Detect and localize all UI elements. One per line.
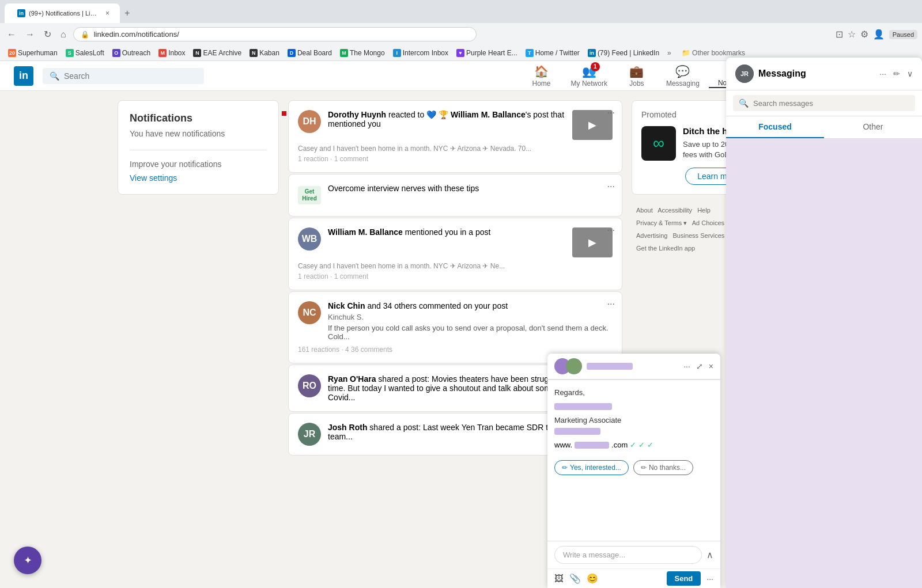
bookmark-mongo[interactable]: M The Mongo bbox=[337, 48, 388, 58]
check-icon-1: ✓ bbox=[630, 439, 636, 451]
other-bookmarks[interactable]: 📁 Other bookmarks bbox=[678, 48, 749, 58]
more-options-btn-4[interactable]: ··· bbox=[607, 299, 615, 309]
footer-about[interactable]: About bbox=[636, 207, 653, 214]
bookmark-favicon: D bbox=[288, 49, 296, 57]
feed-item-3-caption: Casey and I haven't been home in a month… bbox=[298, 262, 613, 270]
back-button[interactable]: ← bbox=[5, 27, 18, 42]
nav-messaging[interactable]: 💬 Messaging bbox=[657, 65, 709, 88]
tab-close-button[interactable]: × bbox=[105, 9, 109, 17]
bookmark-salesloft[interactable]: S SalesLoft bbox=[62, 48, 108, 58]
bookmark-dealboard[interactable]: D Deal Board bbox=[284, 48, 335, 58]
reload-button[interactable]: ↻ bbox=[41, 26, 54, 42]
footer-advertising[interactable]: Advertising bbox=[636, 232, 667, 239]
network-icon: 👥 1 bbox=[582, 65, 596, 78]
feed-item-3: ··· WB William M. Ballance mentioned you… bbox=[288, 218, 622, 290]
chat-more-icon[interactable]: ··· bbox=[683, 362, 690, 371]
messaging-more-icon[interactable]: ··· bbox=[879, 69, 886, 78]
more-options-btn-1[interactable]: ··· bbox=[607, 108, 615, 118]
footer-ad-choices[interactable]: Ad Choices bbox=[692, 219, 724, 226]
nav-jobs[interactable]: 💼 Jobs bbox=[617, 65, 657, 88]
view-settings-link[interactable]: View settings bbox=[130, 173, 267, 183]
bookmark-kaban[interactable]: N Kaban bbox=[246, 48, 283, 58]
bookmark-favicon: S bbox=[66, 49, 74, 57]
feed-name-1b: William M. Ballance bbox=[451, 110, 526, 119]
chat-image-icon[interactable]: 🖼 bbox=[554, 574, 564, 584]
footer-privacy[interactable]: Privacy & Terms ▾ bbox=[636, 219, 687, 226]
bookmark-favicon: M bbox=[158, 49, 167, 57]
feed-video-1: ▶ bbox=[572, 110, 613, 140]
chat-emoji-icon[interactable]: 😊 bbox=[587, 573, 598, 584]
no-thanks-button[interactable]: ✏ No thanks... bbox=[633, 460, 693, 475]
profile-icon[interactable]: 👤 bbox=[873, 29, 885, 40]
bookmark-star-icon[interactable]: ☆ bbox=[848, 29, 856, 40]
browser-nav-icons: ⊡ ☆ ⚙ 👤 Paused bbox=[836, 29, 917, 40]
footer-business[interactable]: Business Services bbox=[672, 232, 724, 239]
chat-close-icon[interactable]: × bbox=[709, 362, 713, 371]
address-bar[interactable]: 🔒 linkedin.com/notifications/ bbox=[73, 27, 477, 41]
more-bookmarks-button[interactable]: » bbox=[664, 48, 675, 58]
bookmark-favicon: 20 bbox=[8, 49, 16, 57]
nav-home[interactable]: 🏠 Home bbox=[522, 65, 562, 88]
feed-name-4: Nick Chin bbox=[328, 301, 365, 310]
footer-app[interactable]: Get the LinkedIn app bbox=[636, 245, 695, 252]
nav-network-label: My Network bbox=[571, 79, 607, 88]
write-message-input[interactable]: Write a message... bbox=[554, 546, 702, 564]
new-tab-button[interactable]: + bbox=[120, 6, 134, 21]
feed-item-3-content: WB William M. Ballance mentioned you in … bbox=[298, 227, 613, 257]
messaging-panel-avatar: JR bbox=[735, 65, 754, 83]
chat-collapse-icon[interactable]: ∧ bbox=[706, 549, 713, 560]
bookmark-superhuman[interactable]: 20 Superhuman bbox=[5, 48, 61, 58]
footer-help[interactable]: Help bbox=[697, 207, 711, 214]
active-tab[interactable]: in (99+) Notifications | LinkedIn × bbox=[5, 3, 120, 23]
more-options-btn-2[interactable]: ··· bbox=[607, 181, 615, 192]
lock-icon: 🔒 bbox=[81, 31, 89, 39]
tab-focused[interactable]: Focused bbox=[726, 116, 824, 138]
feed-name-1: Dorothy Huynh bbox=[328, 110, 386, 119]
messaging-search-field[interactable]: 🔍 bbox=[733, 95, 915, 111]
avatar-william: WB bbox=[298, 227, 321, 251]
bookmark-favicon: ♥ bbox=[456, 49, 464, 57]
yes-interested-button[interactable]: ✏ Yes, interested... bbox=[554, 460, 629, 475]
linkedin-logo[interactable]: in bbox=[14, 66, 33, 86]
messaging-search-bar[interactable]: 🔍 bbox=[726, 90, 922, 116]
bookmark-twitter[interactable]: T Home / Twitter bbox=[522, 48, 583, 58]
bookmark-linkedin-feed[interactable]: in (79) Feed | LinkedIn bbox=[584, 48, 663, 58]
notifications-title: Notifications bbox=[130, 112, 267, 124]
messaging-list bbox=[726, 139, 922, 588]
feed-item-1-content: DH Dorothy Huynh reacted to 💙 🏆 William … bbox=[298, 110, 613, 140]
bookmark-purple[interactable]: ♥ Purple Heart E... bbox=[453, 48, 521, 58]
promo-logo-icon: ∞ bbox=[653, 134, 664, 153]
tab-other[interactable]: Other bbox=[824, 116, 922, 138]
cast-icon[interactable]: ⊡ bbox=[836, 29, 843, 40]
extension-icon[interactable]: ⚙ bbox=[860, 29, 868, 40]
chat-more-tools[interactable]: ··· bbox=[706, 574, 713, 583]
bookmark-intercom[interactable]: I Intercom Inbox bbox=[390, 48, 452, 58]
chat-body: Regards, Marketing Associate www. .com ✓… bbox=[547, 380, 720, 541]
messaging-search-input[interactable] bbox=[753, 99, 909, 108]
chat-input-area[interactable]: Write a message... ∧ bbox=[547, 541, 720, 568]
bookmark-inbox[interactable]: M Inbox bbox=[155, 48, 188, 58]
bookmark-favicon: I bbox=[393, 49, 401, 57]
chat-header-controls: ··· ⤢ × bbox=[683, 362, 713, 371]
chat-attach-icon[interactable]: 📎 bbox=[569, 573, 581, 584]
feed-avatars-4: NC bbox=[298, 301, 321, 324]
bookmark-outreach[interactable]: O Outreach bbox=[109, 48, 154, 58]
chat-expand-icon[interactable]: ⤢ bbox=[696, 362, 703, 371]
search-input[interactable] bbox=[64, 71, 179, 81]
home-button[interactable]: ⌂ bbox=[58, 27, 69, 42]
nav-network[interactable]: 👥 1 My Network bbox=[562, 65, 617, 88]
chat-website-row: www. .com ✓ ✓ ✓ bbox=[554, 439, 713, 451]
feed-name-4b: Kinchuk S. bbox=[328, 313, 613, 321]
send-button[interactable]: Send bbox=[667, 571, 701, 586]
floating-action-button[interactable]: ✦ bbox=[14, 547, 41, 574]
paused-badge: Paused bbox=[889, 30, 917, 39]
avatar-dorothy: DH bbox=[298, 110, 321, 133]
forward-button[interactable]: → bbox=[23, 27, 37, 42]
footer-accessibility[interactable]: Accessibility bbox=[658, 207, 692, 214]
promoted-logo: ∞ bbox=[641, 126, 676, 161]
search-bar[interactable]: 🔍 bbox=[43, 68, 204, 84]
more-options-btn-3[interactable]: ··· bbox=[607, 225, 615, 236]
bookmark-eae[interactable]: N EAE Archive bbox=[190, 48, 245, 58]
messaging-chevron-icon[interactable]: ∨ bbox=[907, 69, 913, 78]
messaging-compose-icon[interactable]: ✏ bbox=[893, 69, 900, 78]
